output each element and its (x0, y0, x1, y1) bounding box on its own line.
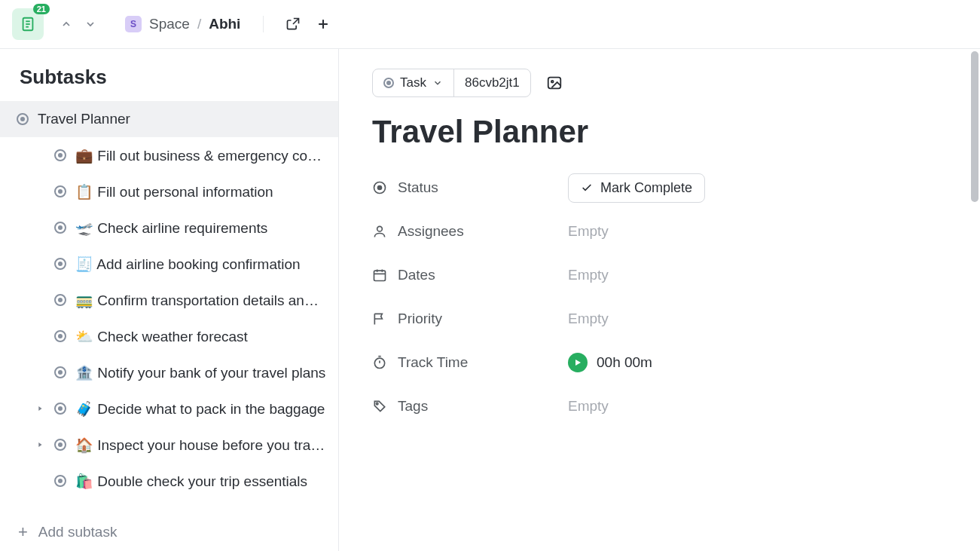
chevron-down-icon (432, 78, 443, 88)
task-item[interactable]: 🏦 Notify your bank of your travel plans (0, 354, 338, 390)
status-circle-icon[interactable] (54, 222, 66, 234)
stopwatch-icon (372, 355, 387, 370)
task-type-label: Task (400, 75, 426, 90)
main: Task 86cvb2jt1 Travel Planner Status (339, 49, 980, 551)
task-item[interactable]: 🏠 Inspect your house before you travel (0, 427, 338, 463)
prop-dates[interactable]: Dates Empty (372, 260, 854, 290)
prop-track-time[interactable]: Track Time 00h 00m (372, 347, 854, 378)
task-id-chip[interactable]: 86cvb2jt1 (453, 69, 530, 96)
task-label: 📋 Fill out personal information (75, 183, 273, 201)
task-label: 🛍️ Double check your trip essentials (75, 473, 307, 490)
track-time-text: 00h 00m (597, 354, 652, 371)
task-label: 🚃 Confirm transportation details and pla… (75, 292, 326, 309)
add-button[interactable] (313, 14, 333, 34)
nav-chevrons (56, 14, 101, 35)
status-circle-icon[interactable] (54, 366, 66, 378)
status-circle-icon[interactable] (54, 258, 66, 270)
properties: Status Mark Complete Assignees Empty (372, 173, 854, 421)
prop-status-value: Mark Complete (568, 173, 705, 203)
pill-row: Task 86cvb2jt1 (372, 69, 947, 97)
tag-icon (372, 399, 387, 414)
plus-icon: + (18, 524, 28, 540)
play-button[interactable] (568, 353, 588, 372)
svg-marker-20 (575, 360, 581, 366)
task-item[interactable]: 📋 Fill out personal information (0, 173, 338, 210)
top-actions (283, 14, 333, 34)
divider (263, 16, 264, 32)
svg-point-11 (378, 186, 382, 190)
task-label: 🏦 Notify your bank of your travel plans (75, 364, 325, 381)
prop-status: Status Mark Complete (372, 173, 854, 203)
task-id-text: 86cvb2jt1 (465, 75, 520, 90)
task-label: 🧳 Decide what to pack in the baggage (75, 400, 325, 418)
nav-next-button[interactable] (80, 14, 101, 35)
flag-icon (372, 311, 387, 326)
user-icon (372, 224, 387, 239)
prop-tags[interactable]: Tags Empty (372, 391, 854, 421)
status-dot-icon (383, 78, 394, 88)
layout: Subtasks Travel Planner💼 Fill out busine… (0, 48, 980, 551)
breadcrumb-separator: / (197, 16, 201, 32)
expand-caret-icon[interactable] (35, 439, 45, 450)
open-external-icon[interactable] (283, 14, 303, 34)
prop-status-label: Status (372, 179, 568, 196)
mark-complete-button[interactable]: Mark Complete (568, 173, 705, 203)
prop-tags-value: Empty (568, 398, 609, 415)
task-label: 🛫 Check airline requirements (75, 219, 267, 237)
task-item[interactable]: Travel Planner (0, 101, 338, 137)
status-circle-icon[interactable] (54, 475, 66, 487)
prop-priority-value: Empty (568, 311, 609, 327)
svg-marker-7 (38, 442, 41, 447)
task-item[interactable]: ⛅ Check weather forecast (0, 318, 338, 354)
page-title[interactable]: Travel Planner (372, 114, 947, 150)
svg-point-9 (551, 81, 554, 83)
top-bar: 21 S Space / Abhi (0, 0, 980, 48)
svg-rect-13 (374, 271, 386, 280)
prop-assignees[interactable]: Assignees Empty (372, 216, 854, 246)
task-label: Travel Planner (38, 111, 130, 127)
expand-caret-icon[interactable] (35, 403, 45, 414)
task-list: Travel Planner💼 Fill out business & emer… (0, 101, 338, 513)
task-label: 🧾 Add airline booking confirmation (75, 256, 301, 273)
task-label: 💼 Fill out business & emergency contacts (75, 147, 326, 164)
status-circle-icon[interactable] (54, 403, 66, 415)
task-item[interactable]: 🧳 Decide what to pack in the baggage (0, 390, 338, 427)
breadcrumb-page[interactable]: Abhi (209, 16, 240, 32)
sidebar-title: Subtasks (0, 49, 338, 101)
status-circle-icon[interactable] (17, 113, 29, 125)
breadcrumb-space[interactable]: Space (149, 16, 190, 32)
status-icon (372, 180, 387, 195)
prop-dates-label: Dates (372, 267, 568, 283)
prop-track-label: Track Time (372, 354, 568, 371)
prop-dates-value: Empty (568, 267, 609, 283)
svg-point-12 (377, 226, 383, 231)
calendar-icon (372, 268, 387, 283)
task-label: 🏠 Inspect your house before you travel (75, 436, 326, 454)
task-item[interactable]: 🛫 Check airline requirements (0, 210, 338, 246)
sidebar: Subtasks Travel Planner💼 Fill out busine… (0, 49, 339, 551)
add-subtask-button[interactable]: + Add subtask (0, 513, 338, 551)
prop-track-value: 00h 00m (568, 353, 652, 372)
space-avatar[interactable]: S (125, 16, 142, 32)
status-circle-icon[interactable] (54, 185, 66, 197)
task-type-group: Task 86cvb2jt1 (372, 69, 531, 97)
task-type-selector[interactable]: Task (373, 69, 453, 96)
task-item[interactable]: 🛍️ Double check your trip essentials (0, 463, 338, 499)
cover-image-button[interactable] (542, 70, 567, 96)
app-icon[interactable]: 21 (12, 8, 44, 40)
nav-prev-button[interactable] (56, 14, 77, 35)
app-badge: 21 (33, 4, 50, 14)
prop-tags-label: Tags (372, 398, 568, 415)
status-circle-icon[interactable] (54, 330, 66, 342)
breadcrumb: S Space / Abhi (125, 16, 240, 32)
task-item[interactable]: 🧾 Add airline booking confirmation (0, 246, 338, 282)
prop-priority[interactable]: Priority Empty (372, 304, 854, 334)
status-circle-icon[interactable] (54, 149, 66, 161)
status-circle-icon[interactable] (54, 294, 66, 306)
prop-assignees-label: Assignees (372, 223, 568, 240)
check-icon (581, 182, 593, 194)
task-item[interactable]: 💼 Fill out business & emergency contacts (0, 137, 338, 173)
task-item[interactable]: 🚃 Confirm transportation details and pla… (0, 282, 338, 318)
scrollbar[interactable] (971, 51, 978, 202)
status-circle-icon[interactable] (54, 439, 66, 451)
